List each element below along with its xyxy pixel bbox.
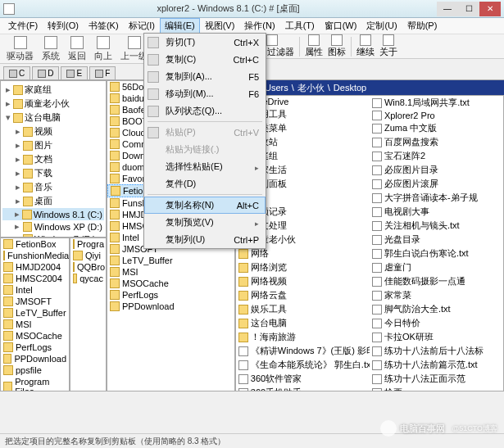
list-item[interactable]: LeTV_Buffer (107, 255, 234, 266)
tree-node[interactable]: ▸视频 (2, 124, 104, 138)
list-item[interactable]: MSI (107, 266, 234, 278)
menu-6[interactable]: 操作(N) (239, 18, 279, 34)
menu-3[interactable]: 标记(I) (124, 18, 160, 34)
list-item[interactable]: 今日特价 (370, 316, 503, 330)
list-item[interactable]: 《生命本能系统论》 郭生白.txt (236, 358, 370, 372)
list-item[interactable]: 网络视频 (236, 274, 370, 288)
list-item[interactable]: Qiyi (70, 250, 106, 261)
tree-node[interactable]: ▸顽童老小伙 (2, 97, 104, 111)
menu-9[interactable]: 定制(U) (361, 18, 402, 34)
list-item[interactable]: 练功十八法正面示范 (370, 372, 503, 386)
toolbtn-r-2[interactable]: 图标 (328, 34, 346, 58)
tree-node[interactable]: ▸图片 (2, 138, 104, 152)
list-item[interactable]: MSOCache (107, 278, 234, 289)
address-bar[interactable]: «C:\Users\老小伙\Desktop (235, 80, 504, 95)
list-item[interactable]: MSI (1, 319, 69, 330)
list-item[interactable]: ppsfile (1, 364, 69, 376)
list-item[interactable]: 关注相机与镜头.txt (370, 219, 503, 233)
list-item[interactable]: 大字拼音诵读本-弟子规 (370, 191, 503, 205)
menu-5[interactable]: 视图(V) (200, 18, 240, 34)
toolbtn-r-4[interactable]: 关于 (379, 34, 397, 58)
breadcrumb-seg[interactable]: Users (265, 83, 288, 93)
expand-icon[interactable]: ▸ (14, 126, 21, 137)
toolbtn-3[interactable]: 向上 (91, 35, 116, 63)
toolbtn-r-1[interactable]: 属性 (305, 34, 323, 58)
menu-item[interactable]: 复制预览(V)▸ (144, 214, 266, 231)
drive-tab-C[interactable]: C (3, 66, 30, 79)
list-item[interactable]: PPDownload (1, 353, 69, 364)
menu-10[interactable]: 帮助(P) (402, 18, 443, 34)
expand-icon[interactable]: ▾ (4, 112, 11, 123)
menu-1[interactable]: 转到(O) (43, 18, 84, 34)
expand-icon[interactable]: ▸ (14, 196, 21, 206)
expand-icon[interactable]: ▸ (14, 182, 21, 192)
menu-item[interactable]: 选择性粘贴(E)▸ (144, 158, 266, 175)
expand-icon[interactable]: ▸ (14, 221, 21, 232)
list-item[interactable]: PerfLogs (107, 289, 234, 301)
list-item[interactable]: 360手机助手 (236, 386, 370, 391)
list-item[interactable]: 光盘目录 (370, 233, 503, 247)
toolbtn-r-3[interactable]: 继续 (356, 34, 375, 58)
menu-8[interactable]: 窗口(W) (320, 18, 362, 34)
tree-node[interactable]: ▸Windows XP (D:) (2, 220, 104, 233)
menu-item[interactable]: 复制名称(N)Alt+C (144, 197, 266, 214)
list-item[interactable]: Progra (70, 238, 106, 250)
list-item[interactable]: HMJD2004 (1, 261, 69, 273)
tree-node[interactable]: ▸桌面 (2, 194, 104, 208)
list-item[interactable]: 这台电脑 (236, 316, 370, 330)
maximize-button[interactable]: ☐ (458, 2, 479, 16)
list-item[interactable]: 郭生白说白伤寒论.txt (370, 247, 503, 260)
list-item[interactable]: 《精讲Windows 7》(王版) 影印版 (236, 344, 370, 358)
list-item[interactable]: HMSC2004 (1, 273, 69, 284)
list-item[interactable]: 电视剧大事 (370, 205, 503, 219)
list-item[interactable]: 必应图片目录 (370, 163, 503, 177)
list-item[interactable]: 网络浏览 (236, 260, 370, 274)
tree-node[interactable]: ▸文档 (2, 152, 104, 166)
tree-node[interactable]: ▸音乐 (2, 180, 104, 194)
menu-2[interactable]: 书签(K) (84, 18, 124, 34)
list-item[interactable]: FunshionMedia (1, 250, 69, 261)
breadcrumb-seg[interactable]: Desktop (334, 83, 366, 93)
list-item[interactable]: MSOCache (1, 330, 69, 342)
list-item[interactable]: Win8.1局域网共享.txt (370, 96, 503, 110)
expand-icon[interactable]: ▸ (14, 209, 20, 219)
list-item[interactable]: LeTV_Buffer (1, 307, 69, 319)
list-item[interactable]: 练功十八法前篇示范.txt (370, 358, 503, 372)
menu-item[interactable]: 移动到(M)...F6 (144, 85, 266, 102)
toolbtn-2[interactable]: 返回 (65, 35, 89, 63)
list-item[interactable]: 宝石迷阵2 (370, 149, 503, 163)
list-item[interactable]: QQBro (70, 261, 106, 273)
expand-icon[interactable]: ▸ (4, 98, 11, 109)
drive-tab-F[interactable]: F (89, 66, 116, 79)
minimize-button[interactable]: — (437, 2, 458, 16)
menu-7[interactable]: 工具(T) (280, 18, 320, 34)
tree-node[interactable]: ▸家庭组 (2, 83, 104, 97)
list-item[interactable]: 360软件管家 (236, 372, 370, 386)
menu-item[interactable]: 复制列(U)Ctrl+P (144, 231, 266, 248)
list-item[interactable]: FetionBox (1, 238, 69, 250)
tree-node[interactable]: ▾这台电脑 (2, 111, 104, 124)
list-item[interactable]: 网络云盘 (236, 288, 370, 302)
menu-item[interactable]: 队列状态(Q)... (144, 102, 266, 120)
folder-tree[interactable]: ▸家庭组▸顽童老小伙▾这台电脑▸视频▸图片▸文档▸下载▸音乐▸桌面▸Window… (0, 80, 107, 238)
list-item[interactable]: 抢票 (370, 386, 503, 391)
list-item[interactable]: Intel (1, 284, 69, 296)
menu-item[interactable]: 复件(D) (144, 175, 266, 192)
drive-tab-D[interactable]: D (32, 66, 59, 79)
menu-item[interactable]: 剪切(T)Ctrl+X (144, 34, 266, 51)
right-file-list[interactable]: OneDrive常用工具分类菜单回收站家庭组居家生活控制面板库视频记录图文处理顽… (235, 95, 504, 391)
list-item[interactable]: 卡拉OK研班 (370, 330, 503, 344)
list-item[interactable]: PPDownload (107, 301, 234, 312)
list-item[interactable]: PerfLogs (1, 342, 69, 353)
list-item[interactable]: 必应图片滚屏 (370, 177, 503, 191)
expand-icon[interactable]: ▸ (14, 154, 21, 165)
close-button[interactable]: ✕ (479, 2, 501, 16)
list-item[interactable]: 虐童门 (370, 260, 503, 274)
menu-4[interactable]: 编辑(E) (160, 18, 200, 34)
list-item[interactable]: JMSOFT (1, 296, 69, 307)
toolbtn-1[interactable]: 系统 (39, 35, 63, 63)
menu-0[interactable]: 文件(F) (3, 18, 43, 34)
list-item[interactable]: 百度网盘搜索 (370, 135, 503, 149)
tree-node[interactable]: ▸Windows 8.1 (C:) (2, 208, 104, 220)
list-item[interactable]: Zuma 中文版 (370, 121, 503, 135)
